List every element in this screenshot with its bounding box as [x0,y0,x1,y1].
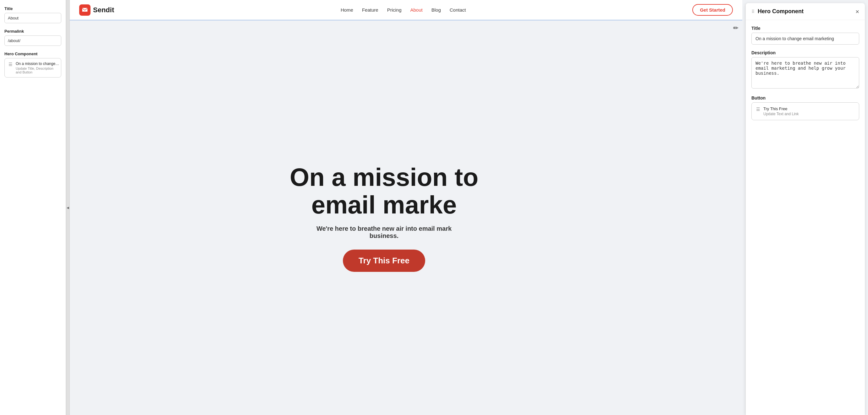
panel-drag-icon: ⠿ [751,9,754,14]
collapse-arrow-icon: ◀ [67,206,69,209]
panel-btn-subtitle: Update Text and Link [763,112,855,116]
panel-button-drag-icon: ☰ [756,107,760,111]
hero-big-title: On a mission to email marke [290,164,478,219]
panel-button-label: Button [751,96,859,100]
hero-desc-line1: We're here to breathe new air into email… [316,225,452,232]
get-started-button[interactable]: Get Started [692,4,733,16]
hero-component-section: Hero Component ☰ On a mission to change … [4,51,61,77]
hero-desc-line2: business. [370,232,399,239]
logo-text: Sendit [93,6,114,14]
drag-handle-icon: ☰ [8,62,12,67]
panel-description-textarea[interactable]: We're here to breathe new air into email… [751,57,859,89]
permalink-label: Permalink [4,29,61,34]
panel-description-label: Description [751,50,859,55]
nav-feature[interactable]: Feature [362,7,378,12]
collapse-handle[interactable]: ◀ [66,0,70,415]
logo-icon [79,4,91,16]
nav-logo: Sendit [79,4,114,16]
nav-home[interactable]: Home [341,7,353,12]
hero-title-line2: email marke [311,191,457,219]
logo-svg [82,7,88,13]
hero-cta-button[interactable]: Try This Free [343,249,425,272]
main-preview-area: Sendit Home Feature Pricing About Blog C… [70,0,742,415]
hero-component-label: Hero Component [4,51,61,56]
right-panel-title: Hero Component [758,8,804,15]
right-panel: ⠿ Hero Component × Title Description We'… [745,3,865,415]
nav-blog[interactable]: Blog [432,7,441,12]
hero-card-subtitle: Update Title, Description and Button [16,67,60,74]
hero-component-card[interactable]: ☰ On a mission to change email market...… [4,58,61,77]
right-panel-body: Title Description We're here to breathe … [746,20,865,415]
panel-title-input[interactable] [751,33,859,44]
nav-contact[interactable]: Contact [450,7,466,12]
permalink-input[interactable] [4,35,61,46]
panel-description-field: Description We're here to breathe new ai… [751,50,859,90]
left-sidebar: Title Permalink Hero Component ☰ On a mi… [0,0,66,415]
right-panel-header-left: ⠿ Hero Component [751,8,804,15]
panel-button-card[interactable]: ☰ Try This Free Update Text and Link [751,102,859,120]
hero-card-text: On a mission to change email market... U… [16,62,60,74]
panel-button-field: Button ☰ Try This Free Update Text and L… [751,96,859,120]
nav-about[interactable]: About [410,7,423,12]
nav-pricing[interactable]: Pricing [387,7,402,12]
permalink-field-section: Permalink [4,29,61,46]
right-panel-header: ⠿ Hero Component × [746,3,865,20]
preview-navbar: Sendit Home Feature Pricing About Blog C… [70,0,742,21]
title-input[interactable] [4,13,61,23]
hero-description: We're here to breathe new air into email… [316,225,452,240]
hero-card-title: On a mission to change email market... [16,62,60,66]
hero-title-line1: On a mission to [290,163,478,191]
title-field-section: Title [4,6,61,23]
panel-btn-title: Try This Free [763,106,855,111]
edit-icon[interactable]: ✏ [733,24,739,32]
panel-title-field: Title [751,26,859,44]
close-panel-button[interactable]: × [856,8,859,15]
preview-hero: ✏ On a mission to email marke We're here… [70,21,742,415]
title-label: Title [4,6,61,11]
nav-links: Home Feature Pricing About Blog Contact [341,7,466,12]
panel-btn-text: Try This Free Update Text and Link [763,106,855,116]
panel-title-label: Title [751,26,859,31]
